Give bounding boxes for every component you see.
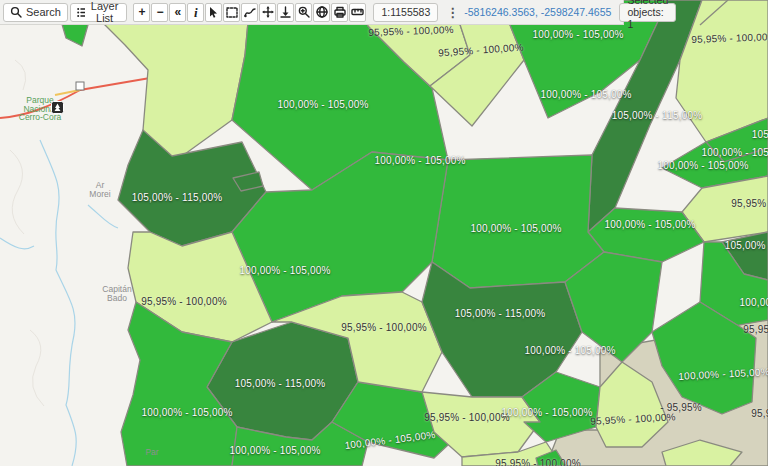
zoom-in-icon: + xyxy=(138,6,145,18)
rectangle-select-icon xyxy=(226,7,238,18)
freehand-draw-icon xyxy=(244,7,256,18)
download-button[interactable] xyxy=(277,3,294,22)
search-label: Search xyxy=(26,6,61,18)
download-icon xyxy=(280,6,291,18)
info-icon: i xyxy=(194,6,198,19)
coordinates-display: -5816246.3563, -2598247.4655 xyxy=(464,6,611,18)
freehand-draw-button[interactable] xyxy=(241,3,258,22)
road-marker xyxy=(76,82,84,90)
park-icon xyxy=(51,101,64,114)
previous-extent-icon: « xyxy=(175,6,182,18)
globe-button[interactable] xyxy=(313,3,330,22)
selected-objects-badge: Selected objects: 1 xyxy=(619,3,676,22)
measure-icon xyxy=(351,8,364,16)
scale-display: 1:1155583 xyxy=(373,3,438,22)
print-icon xyxy=(334,6,346,18)
globe-icon xyxy=(316,6,328,18)
measure-button[interactable] xyxy=(349,3,366,22)
layer-list-button[interactable]: Layer List xyxy=(70,3,128,22)
pointer-icon xyxy=(208,6,219,18)
print-button[interactable] xyxy=(331,3,348,22)
info-button[interactable]: i xyxy=(187,3,204,22)
zoom-out-button[interactable]: − xyxy=(151,3,168,22)
magnifier-icon xyxy=(298,6,310,18)
map-canvas[interactable] xyxy=(0,0,768,466)
toolbar: Search Layer List + − « i xyxy=(0,0,624,25)
pan-icon xyxy=(262,6,274,18)
search-button[interactable]: Search xyxy=(3,3,68,22)
previous-extent-button[interactable]: « xyxy=(169,3,186,22)
pointer-tool-button[interactable] xyxy=(205,3,222,22)
overflow-dots-icon: ⋮ xyxy=(446,5,459,20)
layer-list-label: Layer List xyxy=(89,0,121,24)
rectangle-select-button[interactable] xyxy=(223,3,240,22)
zoom-tool-button[interactable] xyxy=(295,3,312,22)
zoom-in-button[interactable]: + xyxy=(133,3,150,22)
tool-button-group: + − « i xyxy=(133,3,366,22)
search-icon xyxy=(10,6,22,18)
pan-tool-button[interactable] xyxy=(259,3,276,22)
layer-list-icon xyxy=(77,7,85,18)
map-viewport[interactable]: 95,95% - 100,00%95,95% - 100,00%100,00% … xyxy=(0,0,768,466)
zoom-out-icon: − xyxy=(156,6,163,18)
